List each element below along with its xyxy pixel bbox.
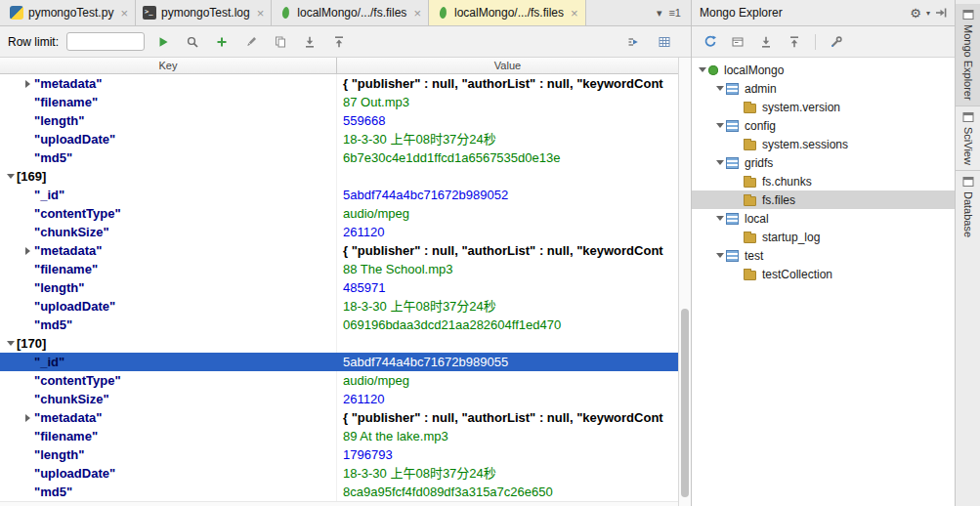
expand-all-button[interactable] (755, 31, 777, 53)
hide-panel-icon[interactable] (935, 7, 947, 19)
expand-arrow-icon[interactable] (4, 167, 17, 186)
expand-arrow-icon[interactable] (21, 241, 34, 260)
table-row[interactable]: "md5" 8ca9a95fcf4fd089df3a315a7c26e650 (0, 483, 678, 501)
horizontal-scrollbar[interactable] (0, 501, 678, 506)
expand-arrow-icon[interactable] (21, 148, 34, 167)
table-row[interactable]: "contentType" audio/mpeg (0, 204, 678, 223)
tree-item[interactable]: test (692, 246, 955, 265)
tree-expand-icon[interactable] (713, 246, 726, 265)
editor-tab[interactable]: pymongoTest.log × (136, 0, 272, 25)
refresh-button[interactable] (699, 31, 720, 53)
tree-expand-icon[interactable] (731, 265, 744, 283)
table-row[interactable]: "length" 485971 (0, 278, 678, 297)
gear-caret-icon[interactable]: ▾ (926, 9, 930, 18)
tool-window-button[interactable]: Mongo Explorer (956, 4, 980, 105)
table-row[interactable]: "chunkSize" 261120 (0, 223, 678, 241)
table-row[interactable]: [170] (0, 334, 678, 353)
edit-document-button[interactable] (240, 31, 262, 53)
table-row[interactable]: "metadata" { "publisher" : null, "author… (0, 241, 678, 260)
table-row[interactable]: "length" 559668 (0, 111, 678, 130)
editor-tab[interactable]: pymongoTest.py × (3, 0, 136, 25)
editor-tab[interactable]: localMongo/.../fs.files × (272, 0, 429, 25)
table-row[interactable]: "_id" 5abdf744a4bc71672b989055 (0, 353, 678, 371)
view-query-button[interactable] (182, 31, 203, 53)
expand-arrow-icon[interactable] (21, 260, 34, 278)
tree-item[interactable]: system.version (692, 98, 955, 116)
expand-arrow-icon[interactable] (21, 223, 34, 241)
expand-arrow-icon[interactable] (21, 445, 34, 464)
expand-arrow-icon[interactable] (21, 130, 34, 148)
expand-arrow-icon[interactable] (21, 408, 34, 427)
table-row[interactable]: "metadata" { "publisher" : null, "author… (0, 74, 678, 93)
tree-item[interactable]: startup_log (692, 228, 955, 246)
collapse-all-button[interactable] (328, 31, 350, 53)
expand-arrow-icon[interactable] (21, 74, 34, 93)
tree-expand-icon[interactable] (713, 209, 726, 228)
tree-expand-icon[interactable] (731, 228, 744, 246)
expand-arrow-icon[interactable] (21, 464, 34, 483)
row-limit-input[interactable] (66, 32, 145, 51)
vertical-scrollbar[interactable] (678, 58, 691, 506)
expand-arrow-icon[interactable] (21, 371, 34, 390)
expand-arrow-icon[interactable] (21, 427, 34, 445)
table-row[interactable]: "md5" 069196bdaa3dcd21aa282604ff1ed470 (0, 316, 678, 334)
tree-item[interactable]: localMongo (692, 61, 955, 79)
expand-arrow-icon[interactable] (21, 93, 34, 111)
tab-close-icon[interactable]: × (257, 7, 265, 20)
table-row[interactable]: "chunkSize" 261120 (0, 390, 678, 408)
table-row[interactable]: "uploadDate" 18-3-30 上午08时37分24秒 (0, 130, 678, 148)
tree-expand-icon[interactable] (713, 116, 726, 135)
expand-arrow-icon[interactable] (21, 483, 34, 501)
expand-arrow-icon[interactable] (21, 316, 34, 334)
expand-arrow-icon[interactable] (21, 186, 34, 204)
expand-arrow-icon[interactable] (21, 390, 34, 408)
table-row[interactable]: "uploadDate" 18-3-30 上午08时37分24秒 (0, 464, 678, 483)
add-document-button[interactable] (211, 31, 233, 53)
expand-all-button[interactable] (299, 31, 320, 53)
table-row[interactable]: "metadata" { "publisher" : null, "author… (0, 408, 678, 427)
tab-list-icon[interactable]: ≡1 (668, 7, 681, 19)
tree-item[interactable]: local (692, 209, 955, 228)
view-as-tree-button[interactable] (622, 31, 644, 53)
table-row[interactable]: "_id" 5abdf744a4bc71672b989052 (0, 186, 678, 204)
table-row[interactable]: "filename" 88 The School.mp3 (0, 260, 678, 278)
open-console-button[interactable] (727, 31, 748, 53)
scrollbar-thumb[interactable] (681, 309, 689, 497)
expand-arrow-icon[interactable] (21, 204, 34, 223)
tree-expand-icon[interactable] (731, 98, 744, 116)
tab-close-icon[interactable]: × (413, 7, 421, 20)
tab-overflow-caret-icon[interactable]: ▾ (657, 7, 662, 20)
editor-tab[interactable]: localMongo/.../fs.files × (429, 0, 586, 25)
tool-window-button[interactable]: Database (956, 170, 980, 242)
tree-expand-icon[interactable] (731, 190, 744, 209)
tree-item[interactable]: fs.chunks (692, 172, 955, 190)
table-row[interactable]: "filename" 87 Out.mp3 (0, 93, 678, 111)
tree-item[interactable]: testCollection (692, 265, 955, 283)
gear-icon[interactable]: ⚙ (910, 7, 921, 20)
table-row[interactable]: "length" 1796793 (0, 445, 678, 464)
tab-close-icon[interactable]: × (120, 7, 128, 20)
tree-expand-icon[interactable] (713, 153, 726, 172)
settings-wrench-button[interactable] (826, 31, 847, 53)
tree-item[interactable]: fs.files (692, 190, 955, 209)
tree-expand-icon[interactable] (731, 172, 744, 190)
view-as-table-button[interactable] (654, 31, 675, 53)
expand-arrow-icon[interactable] (21, 297, 34, 316)
tree-item[interactable]: admin (692, 79, 955, 98)
run-query-button[interactable] (152, 31, 174, 53)
tree-expand-icon[interactable] (713, 79, 726, 98)
tree-expand-icon[interactable] (696, 61, 708, 79)
expand-arrow-icon[interactable] (21, 353, 34, 371)
expand-arrow-icon[interactable] (21, 111, 34, 130)
tree-item[interactable]: config (692, 116, 955, 135)
tab-close-icon[interactable]: × (571, 7, 578, 20)
tree-item[interactable]: system.sessions (692, 135, 955, 153)
tool-window-button[interactable]: SciView (956, 105, 980, 170)
table-row[interactable]: "filename" 89 At the lake.mp3 (0, 427, 678, 445)
tree-expand-icon[interactable] (731, 135, 744, 153)
table-row[interactable]: "md5" 6b7e30c4e1dd1ffcd1a6567535d0e13e (0, 148, 678, 167)
collapse-all-button[interactable] (784, 31, 805, 53)
table-row[interactable]: [169] (0, 167, 678, 186)
table-row[interactable]: "uploadDate" 18-3-30 上午08时37分24秒 (0, 297, 678, 316)
tree-item[interactable]: gridfs (692, 153, 955, 172)
